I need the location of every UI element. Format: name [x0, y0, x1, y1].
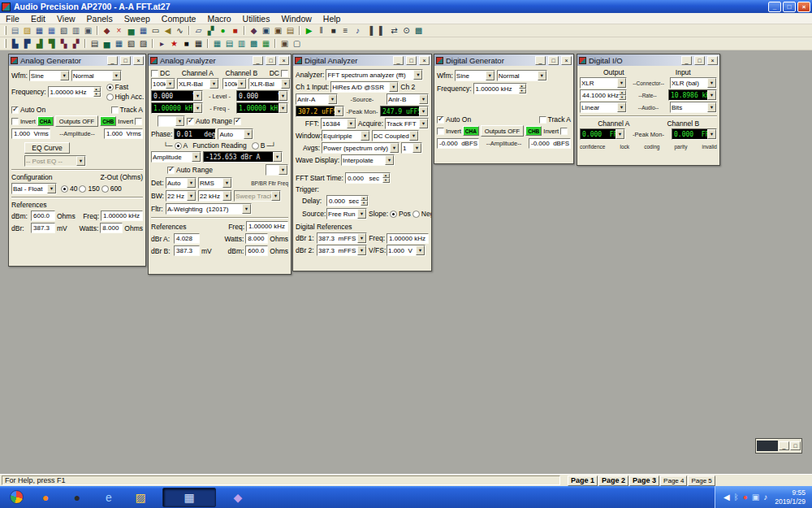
volume-tray-icon[interactable]: ♪ [763, 493, 767, 501]
chevron-down-icon[interactable] [76, 156, 85, 166]
maximize-button[interactable] [790, 441, 801, 450]
chevron-down-icon[interactable] [222, 178, 231, 188]
toolbar-drag-handle[interactable] [4, 39, 6, 48]
print-icon[interactable]: ▧ [58, 25, 70, 37]
page-tab-3[interactable]: Page 3 [629, 475, 659, 486]
function-a-radio[interactable] [175, 142, 182, 150]
data-editor-icon[interactable]: ▦ [137, 25, 149, 37]
post-eq-select[interactable]: -- Post EQ -- [24, 155, 86, 167]
close-icon[interactable] [707, 56, 718, 65]
close-icon[interactable] [133, 56, 144, 65]
waveform-mode-select[interactable]: Normal [71, 70, 122, 81]
chevron-down-icon[interactable] [192, 152, 201, 162]
app-titlebar[interactable]: Audio Precision AP2700 - A-A FFT.at27 _ … [0, 0, 812, 13]
dbr1-ref-field[interactable]: 387.3 mFFS [317, 232, 367, 244]
chevron-down-icon[interactable] [409, 131, 418, 141]
slope-pos-radio[interactable] [390, 211, 397, 218]
copy-panel-icon[interactable]: ▣ [272, 25, 284, 37]
input-connector-select[interactable]: XLR (bal) [670, 77, 717, 89]
toolbar-drag-handle[interactable] [4, 26, 6, 35]
det-mode-select[interactable]: Auto [166, 177, 197, 189]
invert-b-checkbox[interactable] [135, 118, 142, 125]
peak-mon-a-readout[interactable]: 307.2 uFFS [296, 106, 344, 117]
bar-graph-icon[interactable]: ▅ [125, 25, 137, 37]
maximize-button[interactable] [266, 56, 276, 65]
chevron-down-icon[interactable] [419, 119, 428, 128]
page-tab-1[interactable]: Page 1 [568, 475, 598, 486]
minimize-button[interactable] [681, 56, 692, 65]
filter-select[interactable]: A-Weighting (12017) [166, 203, 252, 215]
timer-icon[interactable]: ⊙ [400, 25, 412, 37]
panel-table-4-icon[interactable]: ▩ [248, 38, 260, 50]
chevron-down-icon[interactable] [357, 209, 366, 219]
avgs-select[interactable]: Power (spectrum only) [322, 142, 400, 154]
panel-sweep-icon[interactable]: ▞ [70, 38, 82, 50]
auto-range-b-checkbox[interactable] [234, 118, 241, 125]
chevron-down-icon[interactable] [617, 78, 626, 88]
waveform-select[interactable]: Sine [29, 70, 70, 81]
panel-analog-generator-icon[interactable]: ▙ [9, 38, 21, 50]
sweep-settings-icon[interactable]: ∿ [174, 25, 186, 37]
function-b-radio[interactable] [252, 142, 259, 150]
append-sweep-icon[interactable]: ≡ [339, 25, 352, 37]
sweep-track-select[interactable]: Sweep Track [234, 190, 281, 202]
chrome-taskbar-icon[interactable] [10, 490, 24, 504]
panel-settling-icon[interactable]: ▤ [89, 38, 101, 50]
fast-radio[interactable] [106, 84, 114, 91]
maximize-button[interactable]: □ [783, 2, 796, 12]
channel-b-on-button[interactable]: CHB [525, 126, 542, 136]
chevron-down-icon[interactable] [412, 143, 421, 153]
function-auto-range-checkbox[interactable] [167, 167, 175, 174]
utilities-icon[interactable]: ▩ [412, 25, 425, 37]
sweep-start-icon[interactable]: ▶ [303, 25, 315, 37]
invert-b-checkbox[interactable] [560, 128, 568, 135]
freq-ref-field[interactable]: 1.00000 kHz [246, 221, 288, 232]
menu-help[interactable]: Help [317, 14, 347, 24]
input-a-select[interactable]: XLR-Bal [177, 78, 219, 89]
maximize-button[interactable] [406, 56, 417, 65]
fft-size-select[interactable]: 16384 [321, 118, 356, 129]
menu-panels[interactable]: Panels [81, 14, 119, 24]
bw-high-select[interactable]: 22 kHz [198, 190, 232, 202]
chevron-down-icon[interactable] [707, 102, 716, 112]
chevron-down-icon[interactable] [538, 71, 546, 80]
window-select[interactable]: Equiripple [322, 130, 370, 141]
panel-regulation-icon[interactable]: ★ [168, 38, 180, 50]
waveform-mode-select[interactable]: Normal [497, 70, 547, 81]
restore-button[interactable] [779, 441, 789, 450]
close-icon[interactable] [561, 56, 572, 65]
slope-neg-radio[interactable] [412, 211, 420, 218]
dbra-ref-field[interactable]: 4.028 [174, 233, 200, 244]
chevron-down-icon[interactable] [60, 71, 69, 80]
close-icon[interactable] [279, 56, 289, 65]
level-a-readout[interactable]: 0.000 V [151, 90, 203, 102]
chevron-down-icon[interactable] [486, 71, 495, 80]
chevron-down-icon[interactable] [47, 184, 56, 193]
spin-down-icon[interactable] [519, 89, 526, 93]
attach-file-icon[interactable]: ◆ [248, 25, 260, 37]
watts-ref-field[interactable]: 8.000 [100, 223, 123, 233]
chevron-down-icon[interactable] [187, 191, 196, 201]
chevron-down-icon[interactable] [357, 245, 366, 255]
panel-table-3-icon[interactable]: ▥ [235, 38, 248, 50]
track-a-checkbox[interactable] [111, 106, 119, 114]
output-connector-select[interactable]: XLR [580, 77, 627, 89]
avgs-count-select[interactable]: 1 [401, 142, 422, 154]
app-paint-taskbar-icon[interactable]: ◆ [228, 488, 248, 507]
panel-analog-analyzer-icon[interactable]: ▛ [21, 38, 33, 50]
spin-down-icon[interactable] [619, 95, 626, 100]
clock[interactable]: 9:55 2019/1/29 [775, 488, 806, 506]
internet-explorer-taskbar-icon[interactable]: e [99, 488, 119, 507]
auto-range-a-checkbox[interactable] [187, 118, 194, 125]
menu-utilities[interactable]: Utilities [237, 14, 276, 24]
channel-a-on-button[interactable]: CHA [37, 116, 54, 126]
chevron-down-icon[interactable] [193, 91, 202, 101]
panel-misc-2-icon[interactable]: ▢ [291, 38, 303, 50]
chevron-down-icon[interactable] [385, 155, 394, 165]
panel-digital-io-icon[interactable]: ▚ [58, 38, 70, 50]
output-config-select[interactable]: Bal - Float [11, 183, 57, 194]
minimize-button[interactable] [393, 56, 404, 65]
dbm-ref-field[interactable]: 600.0 [245, 245, 268, 256]
panel-table-2-icon[interactable]: ▤ [223, 38, 235, 50]
panel-table-1-icon[interactable]: ▦ [211, 38, 223, 50]
